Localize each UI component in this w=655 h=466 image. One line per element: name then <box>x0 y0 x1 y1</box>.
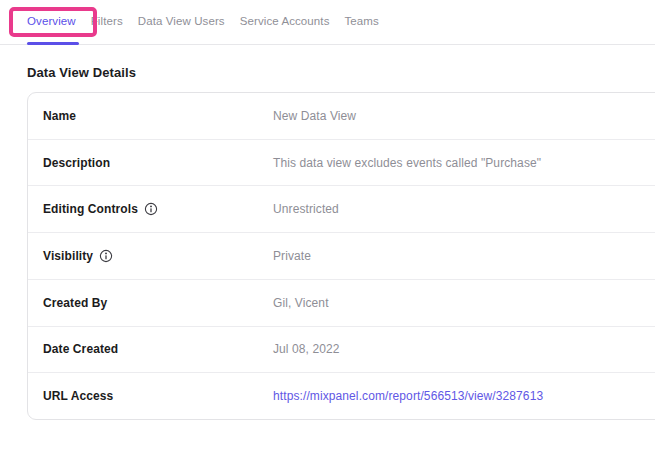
tab-bar: Overview Filters Data View Users Service… <box>0 0 655 45</box>
row-label-text: URL Access <box>43 389 113 403</box>
tab-list: Overview Filters Data View Users Service… <box>0 0 655 27</box>
row-label: Visibility <box>43 249 273 263</box>
row-value: https://mixpanel.com/report/566513/view/… <box>273 389 655 403</box>
table-row-visibility: Visibility Private <box>28 232 655 279</box>
row-value: Private <box>273 249 655 263</box>
info-icon[interactable] <box>99 249 113 263</box>
row-label: Description <box>43 156 273 170</box>
row-label: URL Access <box>43 389 273 403</box>
tab-data-view-users[interactable]: Data View Users <box>138 15 225 27</box>
active-tab-indicator <box>27 42 79 45</box>
table-row-date-created: Date Created Jul 08, 2022 <box>28 326 655 373</box>
info-icon[interactable] <box>144 202 158 216</box>
tab-service-accounts[interactable]: Service Accounts <box>240 15 330 27</box>
row-value: New Data View <box>273 109 655 123</box>
row-label-text: Description <box>43 156 110 170</box>
row-value: Unrestricted <box>273 202 655 216</box>
row-label: Date Created <box>43 342 273 356</box>
table-row-name: Name New Data View <box>28 93 655 139</box>
row-value: Jul 08, 2022 <box>273 342 655 356</box>
row-label-text: Visibility <box>43 249 93 263</box>
table-row-url-access: URL Access https://mixpanel.com/report/5… <box>28 372 655 419</box>
data-view-details-card: Name New Data View Description This data… <box>27 92 655 420</box>
row-label-text: Created By <box>43 296 107 310</box>
page-title: Data View Details <box>27 65 136 80</box>
row-label: Created By <box>43 296 273 310</box>
tab-filters[interactable]: Filters <box>91 15 123 27</box>
row-value: Gil, Vicent <box>273 296 655 310</box>
url-access-link[interactable]: https://mixpanel.com/report/566513/view/… <box>273 389 543 403</box>
table-row-created-by: Created By Gil, Vicent <box>28 279 655 326</box>
tab-teams[interactable]: Teams <box>345 15 379 27</box>
tab-overview[interactable]: Overview <box>27 15 76 27</box>
row-label-text: Date Created <box>43 342 118 356</box>
row-label: Name <box>43 109 273 123</box>
row-value: This data view excludes events called "P… <box>273 156 655 170</box>
row-label-text: Name <box>43 109 76 123</box>
table-row-editing-controls: Editing Controls Unrestricted <box>28 185 655 232</box>
row-label-text: Editing Controls <box>43 202 138 216</box>
row-label: Editing Controls <box>43 202 273 216</box>
table-row-description: Description This data view excludes even… <box>28 139 655 186</box>
